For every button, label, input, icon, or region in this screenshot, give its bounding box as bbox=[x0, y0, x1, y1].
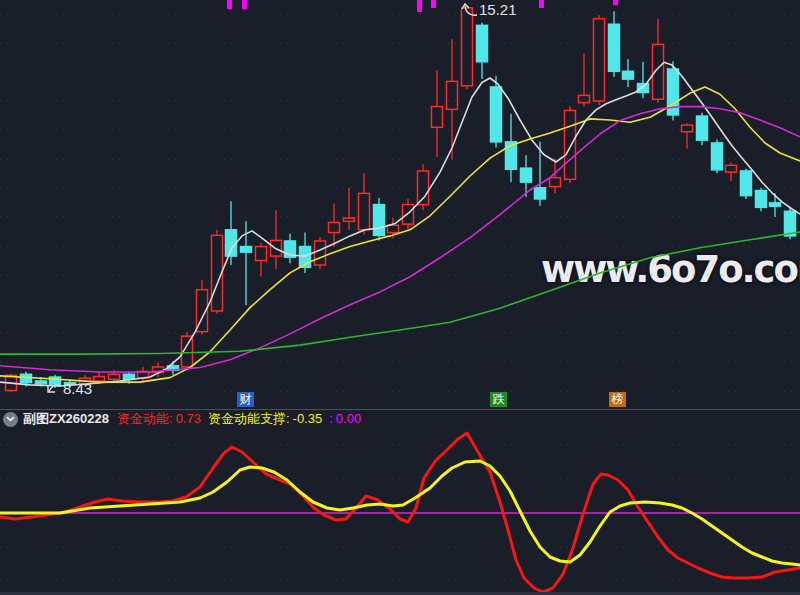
panel-divider bbox=[0, 409, 800, 410]
indicator-value-zero: :0.00 bbox=[329, 411, 361, 427]
arrow-to-low-icon bbox=[46, 381, 62, 396]
axis-badge-die: 跌 bbox=[490, 392, 507, 407]
axis-badge-cai: 财 bbox=[237, 392, 254, 407]
axis-badge-bang: 榜 bbox=[609, 392, 626, 407]
high-price-callout: 15.21 bbox=[461, 2, 517, 18]
sub-indicator-title[interactable]: 副图ZX260228 bbox=[23, 411, 109, 427]
candlestick-and-indicator-chart[interactable] bbox=[0, 0, 800, 595]
chevron-down-icon bbox=[6, 416, 15, 422]
sub-chart-header: 副图ZX260228 资金动能:0.73 资金动能支撑:-0.35 :0.00 bbox=[3, 411, 368, 427]
arrow-to-high-icon bbox=[461, 2, 478, 18]
high-price-label: 15.21 bbox=[479, 2, 517, 17]
indicator-value-momentum: 资金动能:0.73 bbox=[117, 411, 201, 427]
low-price-label: 8.43 bbox=[63, 381, 92, 396]
low-price-callout: 8.43 bbox=[46, 381, 92, 396]
collapse-panel-button[interactable] bbox=[3, 412, 18, 427]
indicator-value-support: 资金动能支撑:-0.35 bbox=[208, 411, 322, 427]
trading-app-screen: www.6o7o.com 15.21 8.43 财 跌 榜 副图ZX260228… bbox=[0, 0, 800, 595]
